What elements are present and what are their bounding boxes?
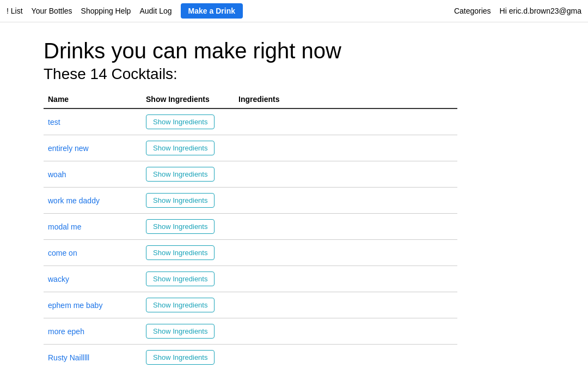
show-ingredients-button[interactable]: Show Ingredients [146, 272, 215, 286]
ingredients-cell [234, 266, 457, 292]
user-greeting: Hi eric.d.brown23@gma [500, 7, 581, 15]
nav-your-bottles-link[interactable]: Your Bottles [32, 7, 72, 15]
cocktails-table: Name Show Ingredients Ingredients testSh… [44, 92, 457, 368]
navbar: ! List Your Bottles Shopping Help Audit … [0, 0, 588, 22]
ingredients-cell [234, 345, 457, 369]
table-row: come onShow Ingredients [44, 240, 457, 266]
ingredients-cell [234, 188, 457, 214]
page-subheading: These 14 Cocktails: [44, 65, 544, 83]
drink-link[interactable]: modal me [48, 222, 81, 231]
show-ingredients-cell: Show Ingredients [142, 345, 234, 369]
show-ingredients-cell: Show Ingredients [142, 108, 234, 135]
make-drink-button[interactable]: Make a Drink [181, 3, 243, 19]
show-ingredients-cell: Show Ingredients [142, 135, 234, 161]
ingredients-cell [234, 135, 457, 161]
ingredients-cell [234, 240, 457, 266]
show-ingredients-cell: Show Ingredients [142, 240, 234, 266]
nav-list-link[interactable]: ! List [7, 7, 23, 15]
show-ingredients-cell: Show Ingredients [142, 161, 234, 188]
show-ingredients-button[interactable]: Show Ingredients [146, 167, 215, 182]
drink-name-cell: wacky [44, 266, 142, 292]
show-ingredients-cell: Show Ingredients [142, 318, 234, 345]
drink-link[interactable]: wacky [48, 275, 69, 283]
drink-link[interactable]: work me daddy [48, 196, 100, 205]
show-ingredients-cell: Show Ingredients [142, 214, 234, 240]
show-ingredients-cell: Show Ingredients [142, 188, 234, 214]
nav-right: Categories Hi eric.d.brown23@gma [454, 7, 581, 15]
show-ingredients-button[interactable]: Show Ingredients [146, 324, 215, 339]
drink-name-cell: more epeh [44, 318, 142, 345]
show-ingredients-button[interactable]: Show Ingredients [146, 298, 215, 312]
table-row: ephem me babyShow Ingredients [44, 292, 457, 318]
main-content: Drinks you can make right now These 14 C… [0, 22, 588, 368]
show-ingredients-button[interactable]: Show Ingredients [146, 245, 215, 260]
ingredients-cell [234, 292, 457, 318]
table-row: wackyShow Ingredients [44, 266, 457, 292]
drink-name-cell: entirely new [44, 135, 142, 161]
drink-name-cell: Rusty Nailllll [44, 345, 142, 369]
ingredients-cell [234, 108, 457, 135]
nav-categories-link[interactable]: Categories [454, 7, 491, 15]
show-ingredients-cell: Show Ingredients [142, 266, 234, 292]
drink-link[interactable]: Rusty Nailllll [48, 353, 89, 362]
table-row: modal meShow Ingredients [44, 214, 457, 240]
nav-shopping-help-link[interactable]: Shopping Help [81, 7, 131, 15]
nav-audit-log-link[interactable]: Audit Log [139, 7, 171, 15]
table-header: Name Show Ingredients Ingredients [44, 92, 457, 108]
table-row: work me daddyShow Ingredients [44, 188, 457, 214]
drink-name-cell: modal me [44, 214, 142, 240]
col-header-ingredients: Ingredients [234, 92, 457, 108]
drink-link[interactable]: ephem me baby [48, 301, 102, 310]
ingredients-cell [234, 318, 457, 345]
table-row: more epehShow Ingredients [44, 318, 457, 345]
ingredients-cell [234, 214, 457, 240]
col-header-name: Name [44, 92, 142, 108]
drink-name-cell: come on [44, 240, 142, 266]
show-ingredients-button[interactable]: Show Ingredients [146, 114, 215, 129]
drink-link[interactable]: woah [48, 170, 66, 179]
col-header-show-ingredients: Show Ingredients [142, 92, 234, 108]
table-row: testShow Ingredients [44, 108, 457, 135]
drink-name-cell: ephem me baby [44, 292, 142, 318]
table-row: Rusty NailllllShow Ingredients [44, 345, 457, 369]
page-heading: Drinks you can make right now [44, 39, 544, 63]
drink-link[interactable]: come on [48, 249, 77, 257]
show-ingredients-button[interactable]: Show Ingredients [146, 350, 215, 365]
table-row: entirely newShow Ingredients [44, 135, 457, 161]
drink-name-cell: woah [44, 161, 142, 188]
drink-name-cell: work me daddy [44, 188, 142, 214]
ingredients-cell [234, 161, 457, 188]
show-ingredients-button[interactable]: Show Ingredients [146, 141, 215, 155]
table-row: woahShow Ingredients [44, 161, 457, 188]
show-ingredients-button[interactable]: Show Ingredients [146, 193, 215, 208]
drink-link[interactable]: more epeh [48, 327, 84, 336]
drink-name-cell: test [44, 108, 142, 135]
drink-link[interactable]: test [48, 118, 60, 126]
drink-link[interactable]: entirely new [48, 144, 89, 153]
show-ingredients-cell: Show Ingredients [142, 292, 234, 318]
show-ingredients-button[interactable]: Show Ingredients [146, 219, 215, 234]
table-body: testShow Ingredientsentirely newShow Ing… [44, 108, 457, 368]
